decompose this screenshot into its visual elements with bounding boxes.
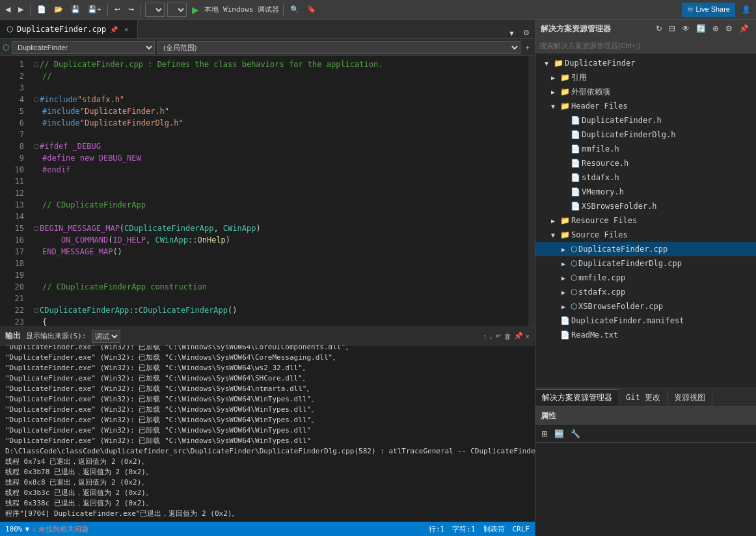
solution-search-input[interactable] bbox=[539, 42, 752, 49]
tree-item-VMemory_h[interactable]: 📄 VMemory.h bbox=[535, 185, 756, 199]
tree-item-XSBrowseFolder_h[interactable]: 📄 XSBrowseFolder.h bbox=[535, 199, 756, 213]
code-keyword: #include bbox=[40, 94, 77, 105]
filter-btn[interactable]: ⊕ bbox=[710, 23, 721, 34]
col-info: 字符:1 bbox=[452, 524, 475, 534]
right-tab-0[interactable]: 解决方案资源管理器 bbox=[535, 389, 619, 406]
settings-btn[interactable]: ⚙ bbox=[723, 23, 735, 34]
h-file-icon: 📄 bbox=[571, 144, 580, 154]
output-line: 线程 0x8c8 已退出，返回值为 2 (0x2)。 bbox=[5, 477, 530, 488]
undo-btn[interactable]: ↩ bbox=[112, 4, 123, 15]
output-actions: ↑ ↓ ↵ 🗑 📌 × bbox=[483, 332, 530, 340]
code-macro-call: BEGIN_MESSAGE_MAP(CDuplicateFinderApp, C… bbox=[40, 222, 261, 234]
output-panel: 输出 显示输出来源(S): 调试 ↑ ↓ ↵ 🗑 📌 × "DuplicateF… bbox=[0, 327, 535, 522]
scope-select[interactable]: (全局范围) bbox=[157, 41, 520, 54]
tree-item-stdafx_h[interactable]: 📄 stdafx.h bbox=[535, 170, 756, 185]
location-bar: ⬡ DuplicateFinder (全局范围) + bbox=[0, 39, 535, 56]
show-all-btn[interactable]: 👁 bbox=[680, 23, 692, 34]
fold-icon[interactable]: □ bbox=[34, 94, 38, 105]
output-pin-btn[interactable]: 📌 bbox=[514, 332, 523, 340]
scrollbar[interactable] bbox=[528, 56, 535, 327]
tree-root[interactable]: ▼ 📁 DuplicateFinder bbox=[535, 56, 756, 70]
pin-explorer-btn[interactable]: 📌 bbox=[737, 23, 751, 34]
fold-icon[interactable]: □ bbox=[34, 59, 38, 70]
line-numbers: 1234567891011121314151617181920212223242… bbox=[0, 56, 29, 327]
find-btn[interactable]: 🔍 bbox=[288, 4, 302, 15]
code-line: □#ifdef _DEBUG bbox=[34, 141, 523, 152]
output-next-btn[interactable]: ↓ bbox=[489, 332, 493, 340]
output-source-select[interactable]: 调试 bbox=[92, 330, 120, 343]
tab-overflow-btn[interactable]: ▼ bbox=[506, 28, 518, 38]
class-select[interactable]: DuplicateFinder bbox=[12, 41, 155, 54]
tree-item-stdafx_cpp[interactable]: ▶ ⬡ stdafx.cpp bbox=[535, 285, 756, 299]
refresh-btn[interactable]: 🔄 bbox=[694, 23, 708, 34]
save-all-btn[interactable]: 💾+ bbox=[85, 4, 103, 15]
output-close-btn[interactable]: × bbox=[526, 332, 530, 340]
tab-settings-btn[interactable]: ⚙ bbox=[520, 27, 532, 38]
back-btn[interactable]: ◀ bbox=[3, 4, 13, 15]
tree-item-DuplicateFinderDlg_h[interactable]: 📄 DuplicateFinderDlg.h bbox=[535, 127, 756, 142]
tab-close[interactable]: × bbox=[122, 25, 131, 34]
play-btn[interactable]: ▶ bbox=[189, 5, 202, 15]
bookmark-btn[interactable]: 🔖 bbox=[304, 4, 319, 15]
fold-icon[interactable]: □ bbox=[34, 222, 38, 234]
h-file-icon: 📄 bbox=[571, 187, 580, 196]
tree-item-mmfile_h[interactable]: 📄 mmfile.h bbox=[535, 142, 756, 156]
output-content[interactable]: "DuplicateFinder.exe" (Win32): 已加载 "C:\W… bbox=[0, 345, 535, 522]
fold-icon[interactable]: □ bbox=[34, 304, 38, 316]
line-number: 20 bbox=[0, 281, 24, 293]
tree-item-DuplicateFinderDlg_cpp[interactable]: ▶ ⬡ DuplicateFinderDlg.cpp bbox=[535, 256, 756, 271]
redo-btn[interactable]: ↪ bbox=[126, 4, 137, 15]
collapse-btn[interactable]: ⊟ bbox=[667, 23, 677, 34]
code-macro: #endif bbox=[42, 164, 70, 176]
tree-item-manifest[interactable]: 📄 DuplicateFinder.manifest bbox=[535, 314, 756, 328]
props-alpha-btn[interactable]: 🔤 bbox=[552, 429, 566, 439]
code-line bbox=[34, 82, 523, 94]
output-prev-btn[interactable]: ↑ bbox=[483, 332, 487, 340]
tree-item-DuplicateFinder_cpp[interactable]: ▶ ⬡ DuplicateFinder.cpp bbox=[535, 242, 756, 256]
tree-item-source_files[interactable]: ▼ 📁 Source Files bbox=[535, 228, 756, 242]
play-label: 本地 Windows 调试器 bbox=[204, 5, 279, 14]
output-line: "DuplicateFinder.exe" (Win32): 已卸载 "C:\W… bbox=[5, 425, 530, 436]
active-tab[interactable]: ⬡ DuplicateFinder.cpp 📌 × bbox=[0, 20, 138, 38]
tree-item-ext_dep[interactable]: ▶ 📁 外部依赖项 bbox=[535, 85, 756, 99]
save-btn[interactable]: 💾 bbox=[68, 4, 83, 15]
right-tab-2[interactable]: 资源视图 bbox=[668, 390, 712, 406]
tree-item-XSBrowseFolder_cpp[interactable]: ▶ ⬡ XSBrowseFolder.cpp bbox=[535, 299, 756, 314]
tab-pin: 📌 bbox=[110, 26, 118, 33]
new-file-btn[interactable]: 📄 bbox=[34, 4, 49, 15]
output-source-label: 显示输出来源(S): bbox=[26, 331, 87, 341]
code-plain: { bbox=[42, 316, 47, 327]
tab-actions: ▼ ⚙ bbox=[503, 27, 535, 38]
line-number: 13 bbox=[0, 199, 24, 211]
forward-btn[interactable]: ▶ bbox=[16, 4, 26, 15]
output-clear-btn[interactable]: 🗑 bbox=[504, 332, 511, 340]
line-number: 3 bbox=[0, 82, 24, 94]
tree-item-ref[interactable]: ▶ 📁 引用 bbox=[535, 70, 756, 85]
output-wrap-btn[interactable]: ↵ bbox=[496, 332, 502, 340]
config-select[interactable]: Debug bbox=[145, 3, 165, 17]
code-content[interactable]: □// DuplicateFinder.cpp : Defines the cl… bbox=[29, 56, 528, 327]
tree-item-readme[interactable]: 📄 ReadMe.txt bbox=[535, 328, 756, 342]
tree-item-resource_files[interactable]: ▶ 📁 Resource Files bbox=[535, 213, 756, 228]
code-line bbox=[34, 176, 523, 187]
fold-icon[interactable]: □ bbox=[34, 141, 38, 152]
live-share-btn[interactable]: ♾ Live Share bbox=[682, 3, 735, 17]
platform-select[interactable]: x86 bbox=[167, 3, 187, 17]
tree-item-DuplicateFinder_h[interactable]: 📄 DuplicateFinder.h bbox=[535, 113, 756, 127]
add-member-btn[interactable]: + bbox=[523, 42, 532, 53]
open-btn[interactable]: 📂 bbox=[51, 4, 66, 15]
right-tab-1[interactable]: Git 更改 bbox=[619, 390, 668, 406]
account-btn[interactable]: 👤 bbox=[739, 4, 753, 15]
tree-arrow: ▶ bbox=[551, 217, 559, 224]
tree-arrow: ▼ bbox=[551, 232, 559, 239]
sync-btn[interactable]: ↻ bbox=[654, 23, 664, 34]
tree-item-Resource_h[interactable]: 📄 Resource.h bbox=[535, 156, 756, 170]
tree-item-mmfile_cpp[interactable]: ▶ ⬡ mmfile.cpp bbox=[535, 271, 756, 285]
props-categorized-btn[interactable]: ⊞ bbox=[539, 429, 550, 439]
line-number: 6 bbox=[0, 117, 24, 129]
status-error: ⚠ 未找到相关问题 bbox=[32, 524, 88, 534]
tree-item-header_files[interactable]: ▼ 📁 Header Files bbox=[535, 99, 756, 113]
zoom-level: 100% bbox=[5, 525, 23, 533]
props-property-btn[interactable]: 🔧 bbox=[569, 429, 582, 439]
tree-item-label: DuplicateFinder.h bbox=[582, 116, 662, 125]
